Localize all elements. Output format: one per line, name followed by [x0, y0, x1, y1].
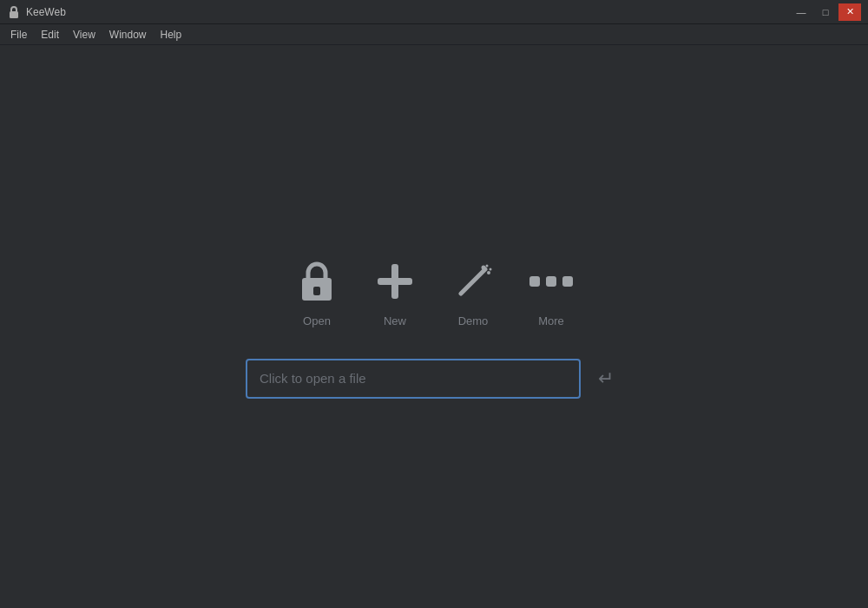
menu-view[interactable]: View	[66, 27, 102, 43]
wand-icon	[447, 255, 499, 307]
main-content: Open New	[0, 45, 868, 608]
maximize-button[interactable]: □	[814, 3, 837, 21]
dot2	[546, 276, 556, 287]
svg-point-7	[487, 271, 490, 274]
window-controls: — □ ✕	[790, 3, 861, 21]
demo-label: Demo	[458, 314, 489, 327]
title-bar-left: KeeWeb	[7, 5, 66, 19]
menu-bar: File Edit View Window Help	[0, 24, 868, 45]
svg-rect-2	[313, 287, 320, 295]
svg-point-8	[486, 264, 489, 267]
new-button[interactable]: New	[369, 255, 421, 327]
more-label: More	[538, 314, 564, 327]
more-icon	[525, 255, 577, 307]
app-title: KeeWeb	[26, 6, 66, 18]
svg-point-9	[490, 268, 492, 270]
file-input-row: ↵	[246, 359, 622, 399]
open-button[interactable]: Open	[291, 255, 343, 327]
demo-button[interactable]: Demo	[447, 255, 499, 327]
close-button[interactable]: ✕	[838, 3, 861, 21]
action-buttons: Open New	[291, 255, 577, 327]
menu-help[interactable]: Help	[154, 27, 189, 43]
menu-edit[interactable]: Edit	[34, 27, 66, 43]
dot3	[562, 276, 573, 287]
svg-line-5	[461, 269, 485, 294]
menu-window[interactable]: Window	[102, 27, 154, 43]
svg-rect-0	[10, 11, 18, 18]
title-bar: KeeWeb — □ ✕	[0, 0, 868, 24]
enter-button[interactable]: ↵	[589, 362, 622, 395]
svg-rect-4	[378, 278, 412, 285]
lock-icon	[291, 255, 343, 307]
dot1	[529, 276, 540, 287]
more-button[interactable]: More	[525, 255, 577, 327]
menu-file[interactable]: File	[3, 27, 34, 43]
file-path-input[interactable]	[246, 359, 581, 399]
new-label: New	[384, 314, 406, 327]
plus-icon	[369, 255, 421, 307]
svg-point-6	[482, 265, 486, 269]
minimize-button[interactable]: —	[790, 3, 812, 21]
app-icon	[7, 5, 21, 19]
open-label: Open	[303, 314, 331, 327]
